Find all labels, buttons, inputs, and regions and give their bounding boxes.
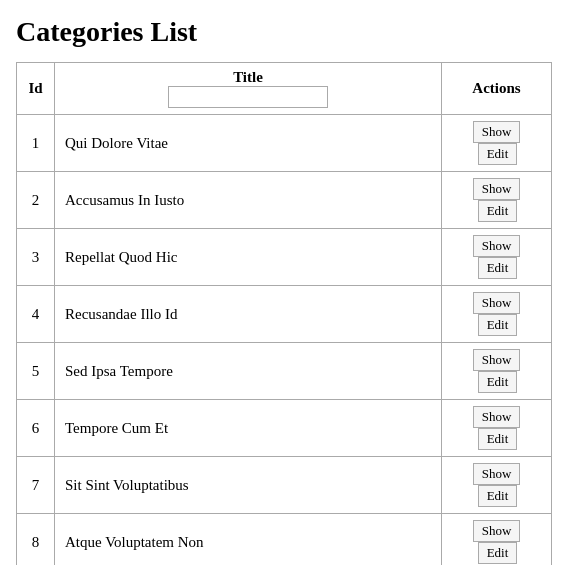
table-row: 5Sed Ipsa TemporeShowEdit (17, 343, 552, 400)
cell-id: 5 (17, 343, 55, 400)
cell-actions: ShowEdit (442, 115, 552, 172)
categories-table: Id Title Actions 1Qui Dolore VitaeShowEd… (16, 62, 552, 565)
edit-button[interactable]: Edit (478, 371, 518, 393)
cell-actions: ShowEdit (442, 457, 552, 514)
col-header-id: Id (17, 63, 55, 115)
page-title: Categories List (16, 16, 552, 48)
cell-title: Sit Sint Voluptatibus (55, 457, 442, 514)
cell-actions: ShowEdit (442, 514, 552, 566)
cell-title: Atque Voluptatem Non (55, 514, 442, 566)
cell-id: 7 (17, 457, 55, 514)
edit-button[interactable]: Edit (478, 314, 518, 336)
show-button[interactable]: Show (473, 463, 521, 485)
cell-actions: ShowEdit (442, 286, 552, 343)
col-header-title: Title (55, 63, 442, 115)
cell-title: Repellat Quod Hic (55, 229, 442, 286)
show-button[interactable]: Show (473, 292, 521, 314)
table-row: 8Atque Voluptatem NonShowEdit (17, 514, 552, 566)
show-button[interactable]: Show (473, 121, 521, 143)
col-header-actions: Actions (442, 63, 552, 115)
table-row: 6Tempore Cum EtShowEdit (17, 400, 552, 457)
table-row: 7Sit Sint VoluptatibusShowEdit (17, 457, 552, 514)
cell-actions: ShowEdit (442, 343, 552, 400)
table-row: 4Recusandae Illo IdShowEdit (17, 286, 552, 343)
cell-actions: ShowEdit (442, 172, 552, 229)
edit-button[interactable]: Edit (478, 257, 518, 279)
cell-actions: ShowEdit (442, 229, 552, 286)
edit-button[interactable]: Edit (478, 542, 518, 564)
edit-button[interactable]: Edit (478, 143, 518, 165)
cell-title: Sed Ipsa Tempore (55, 343, 442, 400)
edit-button[interactable]: Edit (478, 428, 518, 450)
cell-title: Qui Dolore Vitae (55, 115, 442, 172)
table-row: 1Qui Dolore VitaeShowEdit (17, 115, 552, 172)
cell-id: 6 (17, 400, 55, 457)
title-search-input[interactable] (168, 86, 328, 108)
cell-actions: ShowEdit (442, 400, 552, 457)
show-button[interactable]: Show (473, 520, 521, 542)
table-row: 2Accusamus In IustoShowEdit (17, 172, 552, 229)
cell-id: 3 (17, 229, 55, 286)
cell-id: 2 (17, 172, 55, 229)
show-button[interactable]: Show (473, 406, 521, 428)
show-button[interactable]: Show (473, 235, 521, 257)
show-button[interactable]: Show (473, 349, 521, 371)
edit-button[interactable]: Edit (478, 485, 518, 507)
cell-title: Tempore Cum Et (55, 400, 442, 457)
table-row: 3Repellat Quod HicShowEdit (17, 229, 552, 286)
cell-title: Accusamus In Iusto (55, 172, 442, 229)
edit-button[interactable]: Edit (478, 200, 518, 222)
cell-title: Recusandae Illo Id (55, 286, 442, 343)
title-col-label: Title (233, 69, 263, 85)
show-button[interactable]: Show (473, 178, 521, 200)
cell-id: 1 (17, 115, 55, 172)
cell-id: 8 (17, 514, 55, 566)
cell-id: 4 (17, 286, 55, 343)
